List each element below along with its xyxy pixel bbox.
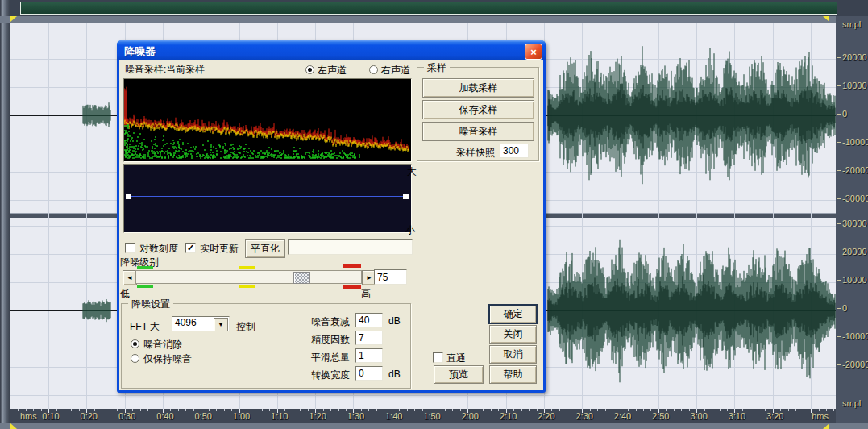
close-icon[interactable]: × <box>525 44 542 60</box>
timeline-tick <box>758 409 758 411</box>
timeline-unit: hms <box>20 411 37 421</box>
timeline-tick <box>491 409 492 411</box>
level-slider-track[interactable] <box>135 270 362 284</box>
spectrum-trace <box>124 87 409 151</box>
bypass-checkbox[interactable] <box>433 352 443 363</box>
timeline-tick <box>674 409 675 411</box>
marker-triangle-icon[interactable] <box>10 16 17 22</box>
help-button[interactable]: 帮助 <box>489 365 537 384</box>
chevron-down-icon[interactable]: ▼ <box>214 318 228 331</box>
precision-input[interactable] <box>355 331 383 345</box>
sampling-group: 采样 加载采样 保存采样 噪音采样 采样快照 <box>417 67 539 161</box>
timeline-tick <box>330 409 331 411</box>
ruler-tick-label: -20000 <box>842 360 868 369</box>
slider-mark-red <box>343 264 361 268</box>
envelope-handle-left[interactable] <box>126 194 131 199</box>
scale-small-label: 小 <box>405 223 415 237</box>
timeline-tick <box>147 409 148 411</box>
dialog-titlebar[interactable]: 降噪器 <box>117 40 546 60</box>
ruler-unit: smpl <box>842 19 861 29</box>
timeline-tick <box>338 409 339 411</box>
timeline-tick-label: 0:20 <box>77 411 101 421</box>
timeline-tick-label: 0:30 <box>115 411 139 421</box>
realtime-update-label[interactable]: 实时更新 <box>200 242 239 256</box>
window-edge <box>0 0 10 429</box>
marker-triangle-icon[interactable] <box>823 16 829 22</box>
noise-remove-radio[interactable] <box>131 339 139 348</box>
timeline-tick-label: 2:40 <box>611 411 635 421</box>
timeline-tick <box>140 409 141 411</box>
noise-reduce-input[interactable] <box>355 313 383 327</box>
snapshot-input[interactable] <box>500 144 529 158</box>
preview-button[interactable]: 预览 <box>434 365 484 384</box>
timeline-tick-label: 0:50 <box>191 411 215 421</box>
timeline-unit: hms <box>804 411 829 421</box>
envelope-line[interactable] <box>129 196 405 197</box>
marker-triangle-icon[interactable] <box>823 423 829 429</box>
marker-triangle-icon[interactable] <box>10 423 17 429</box>
field-unit: dB <box>388 315 401 327</box>
dialog-title: 降噪器 <box>124 44 156 59</box>
timeline-tick <box>795 409 796 411</box>
status-box <box>288 239 413 255</box>
timeline-tick-label: 2:30 <box>572 411 596 421</box>
noise-sample-button[interactable]: 噪音采样 <box>422 122 534 141</box>
timeline-tick <box>559 409 560 411</box>
ruler-tick-label: -10000 <box>842 331 868 341</box>
smoothing-input[interactable] <box>355 348 383 363</box>
ruler-tick <box>837 170 841 171</box>
field-label: 精度因数 <box>311 333 350 347</box>
ruler-tick <box>837 85 841 86</box>
bypass-label[interactable]: 直通 <box>446 352 466 365</box>
timeline-tick <box>712 409 712 411</box>
right-channel-radio[interactable] <box>369 65 378 74</box>
cancel-button[interactable]: 取消 <box>489 345 537 364</box>
timeline-tick <box>529 409 530 411</box>
keep-noise-label[interactable]: 仅保持噪音 <box>143 352 192 366</box>
marker-strip-bottom <box>0 423 868 429</box>
envelope-handle-right[interactable] <box>403 194 409 199</box>
waveform-trace <box>83 299 110 322</box>
timeline-ruler[interactable]: hms0:100:200:300:400:501:001:101:201:301… <box>10 409 836 423</box>
timeline-tick-label: 3:10 <box>725 411 749 421</box>
settings-group-title: 降噪设置 <box>128 298 173 311</box>
timeline-tick <box>18 409 19 411</box>
noise-remove-label[interactable]: 噪音消除 <box>143 338 182 352</box>
log-scale-checkbox[interactable] <box>125 243 135 253</box>
right-channel-label[interactable]: 右声道 <box>381 64 410 77</box>
timeline-tick-label: 1:40 <box>382 411 406 421</box>
ok-button[interactable]: 确定 <box>489 305 537 323</box>
level-value-input[interactable] <box>374 269 407 285</box>
left-channel-radio[interactable] <box>305 65 314 74</box>
overview-bar[interactable] <box>20 2 837 15</box>
slider-mark-red <box>343 285 361 289</box>
amplitude-ruler[interactable]: smpl20000100000-10000-20000-300003000020… <box>836 16 868 423</box>
field-label: 平滑总量 <box>311 351 350 364</box>
control-label: 控制 <box>236 320 255 334</box>
level-high-label: 高 <box>361 287 371 301</box>
timeline-tick <box>750 409 750 411</box>
noise-spectrum-graph[interactable] <box>123 78 412 162</box>
noise-envelope-graph[interactable] <box>123 164 412 233</box>
ruler-tick-label: 20000 <box>842 52 867 62</box>
timeline-tick-label: 3:20 <box>763 411 787 421</box>
ruler-tick-label: 10000 <box>842 81 867 90</box>
transition-input[interactable] <box>355 366 383 381</box>
save-sample-button[interactable]: 保存采样 <box>422 100 534 119</box>
level-slider-thumb[interactable] <box>293 272 310 284</box>
load-sample-button[interactable]: 加载采样 <box>422 78 534 98</box>
log-scale-label[interactable]: 对数刻度 <box>139 242 178 256</box>
fft-size-combo[interactable]: 4096 ▼ <box>172 316 230 331</box>
noise-sample-label: 噪音采样:当前采样 <box>125 63 205 77</box>
timeline-tick-label: 1:30 <box>343 411 368 421</box>
flatten-button[interactable]: 平直化 <box>245 239 285 258</box>
timeline-tick <box>567 409 567 411</box>
keep-noise-radio[interactable] <box>131 354 139 363</box>
realtime-update-checkbox[interactable]: ✓ <box>185 243 196 253</box>
left-channel-label[interactable]: 左声道 <box>318 64 347 77</box>
fft-size-value: 4096 <box>175 317 197 328</box>
ruler-tick-label: 20000 <box>842 247 867 256</box>
slider-mark-yellow <box>239 266 255 269</box>
slider-mark-green <box>137 266 153 269</box>
close-button[interactable]: 关闭 <box>489 325 537 344</box>
